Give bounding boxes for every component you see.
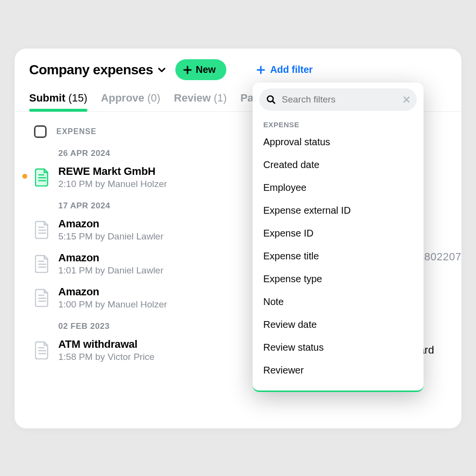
search-icon <box>266 95 276 104</box>
status-dot-icon <box>22 174 27 179</box>
filter-option[interactable]: Created date <box>259 153 417 176</box>
plus-icon <box>256 66 265 74</box>
filter-dropdown: EXPENSE Approval status Created date Emp… <box>253 83 424 392</box>
new-button-label: New <box>196 64 216 75</box>
filter-option[interactable]: Reviewer <box>259 359 417 382</box>
document-icon <box>34 289 51 307</box>
document-icon <box>34 221 51 239</box>
document-icon <box>34 255 51 273</box>
add-filter-button[interactable]: Add filter <box>255 60 315 79</box>
page-title[interactable]: Company expenses <box>29 62 167 78</box>
partial-id-text: 4802207 <box>418 251 461 263</box>
chevron-down-icon <box>157 65 167 75</box>
filter-option[interactable]: Expense external ID <box>259 199 417 222</box>
document-icon <box>34 341 51 359</box>
tab-review[interactable]: Review (1) <box>174 92 227 111</box>
filter-option[interactable]: Expense title <box>259 245 417 268</box>
filter-option[interactable]: Approval status <box>259 131 417 153</box>
tab-count: (0) <box>147 92 160 104</box>
clear-icon[interactable] <box>403 96 410 103</box>
tab-submit[interactable]: Submit (15) <box>29 92 87 111</box>
filter-option[interactable]: Review status <box>259 336 417 359</box>
filter-option[interactable]: Employee <box>259 176 417 199</box>
add-filter-label: Add filter <box>270 64 313 75</box>
filter-search-input[interactable] <box>281 94 398 105</box>
filter-option[interactable]: Expense ID <box>259 222 417 245</box>
tab-count: (1) <box>214 92 227 104</box>
filter-option[interactable]: Review date <box>259 313 417 336</box>
tab-count: (15) <box>68 92 87 104</box>
column-header-expense: EXPENSE <box>56 127 97 136</box>
filter-option[interactable]: Expense type <box>259 268 417 290</box>
page-title-text: Company expenses <box>29 62 153 78</box>
plus-icon <box>183 66 192 74</box>
tab-approve[interactable]: Approve (0) <box>101 92 160 111</box>
select-all-checkbox[interactable] <box>34 125 47 138</box>
new-expense-button[interactable]: New <box>175 59 226 80</box>
header-row: Company expenses New Add filter <box>15 49 461 80</box>
document-icon <box>34 168 51 187</box>
filter-search-box[interactable] <box>259 88 417 111</box>
tab-label: Approve <box>101 92 144 104</box>
filter-option[interactable]: Note <box>259 290 417 313</box>
dropdown-section-label: EXPENSE <box>259 111 417 131</box>
tab-label: Review <box>174 92 211 104</box>
tab-label: Submit <box>29 92 66 104</box>
